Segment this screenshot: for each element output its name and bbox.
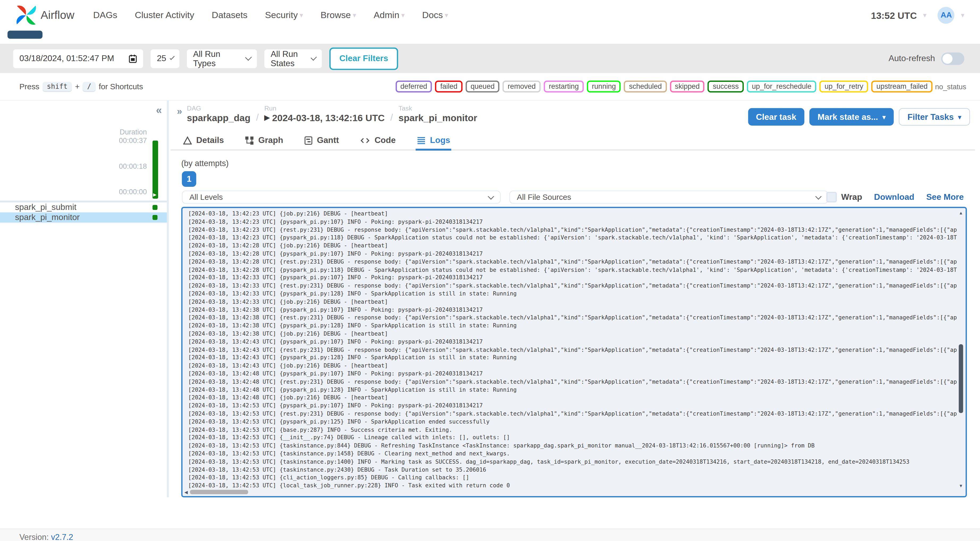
breadcrumb: DAG sparkapp_dag / Run ▶ 2024-03-18, 13:… <box>187 104 477 123</box>
dag-run-duration-bar[interactable]: ▶ <box>153 140 158 199</box>
log-line: [2024-03-18, 13:42:53 UTC] {taskinstance… <box>188 458 957 466</box>
status-badge[interactable]: scheduled <box>624 81 667 92</box>
scroll-down-icon[interactable]: ▼ <box>959 484 963 488</box>
dag-link[interactable]: sparkapp_dag <box>187 112 250 123</box>
detail-panel: » DAG sparkapp_dag / Run ▶ 2024-03-18, 1… <box>171 101 980 529</box>
code-icon <box>360 136 370 145</box>
log-line: [2024-03-18, 13:42:33 UTC] {pyspark_pi.p… <box>188 274 957 282</box>
grid-button-remnant[interactable] <box>8 30 43 39</box>
slash-key: / <box>83 82 95 91</box>
scroll-left-icon[interactable]: ◀ <box>185 490 188 495</box>
filter-tasks-button[interactable]: Filter Tasks ▾ <box>899 108 970 126</box>
log-links: Wrap Download See More <box>826 192 964 202</box>
breadcrumb-dag: DAG sparkapp_dag <box>187 104 250 123</box>
clear-task-button[interactable]: Clear task <box>748 108 805 126</box>
log-line: [2024-03-18, 13:42:48 UTC] {rest.py:231}… <box>188 378 957 386</box>
collapse-sidebar-icon[interactable]: « <box>156 104 162 117</box>
log-line: [2024-03-18, 13:42:28 UTC] {pyspark_pi.p… <box>188 266 957 274</box>
file-sources-select[interactable]: All File Sources <box>509 191 828 204</box>
run-types-select[interactable]: All Run Types <box>187 49 257 68</box>
expand-panel-icon[interactable]: » <box>177 105 182 116</box>
nav-item[interactable]: DAGs ▾ <box>93 10 117 20</box>
airflow-logo[interactable]: Airflow <box>16 4 75 25</box>
task-row-spark-pi-monitor[interactable]: spark_pi_monitor <box>0 212 167 223</box>
mark-state-as-button[interactable]: Mark state as... ▾ <box>809 108 894 126</box>
status-badge[interactable]: restarting <box>544 81 584 92</box>
status-badge[interactable]: skipped <box>670 81 705 92</box>
footer: Version: v2.7.2 <box>0 528 980 541</box>
chevron-down-icon: ▾ <box>923 11 927 19</box>
horizontal-scrollbar[interactable]: ◀ <box>185 489 957 495</box>
filter-bar: 03/18/2024, 01:52:47 PM 25 All Run Types… <box>0 44 980 73</box>
nav-item[interactable]: Datasets ▾ <box>212 10 248 20</box>
vertical-scrollbar[interactable]: ▲ ▼ <box>958 209 964 488</box>
chevron-down-icon <box>170 55 175 59</box>
tab-graph[interactable]: Graph <box>244 132 285 151</box>
status-badge[interactable]: deferred <box>396 81 432 92</box>
auto-refresh-toggle[interactable] <box>941 52 964 65</box>
log-line: [2024-03-18, 13:42:53 UTC] {rest.py:231}… <box>188 410 957 418</box>
scroll-up-icon[interactable]: ▲ <box>959 210 963 215</box>
duration-tick: 00:00:37 <box>119 137 147 144</box>
tab-code[interactable]: Code <box>359 132 397 151</box>
task-actions: Clear task Mark state as... ▾ Filter Tas… <box>748 108 970 126</box>
status-legend: deferredfailedqueuedremovedrestartingrun… <box>396 81 933 92</box>
horizontal-scroll-thumb[interactable] <box>190 490 248 494</box>
page-size-select[interactable]: 25 <box>151 49 180 68</box>
version-link[interactable]: v2.7.2 <box>51 532 73 541</box>
tab-gantt[interactable]: Gantt <box>303 132 340 151</box>
download-link[interactable]: Download <box>874 193 914 202</box>
status-badge[interactable]: up_for_retry <box>819 81 868 92</box>
chevron-down-icon <box>488 193 494 199</box>
status-badge[interactable]: running <box>587 81 621 92</box>
log-line: [2024-03-18, 13:42:53 UTC] {local_task_j… <box>188 482 957 488</box>
log-line: [2024-03-18, 13:42:53 UTC] {__init__.py:… <box>188 434 957 442</box>
utc-clock[interactable]: 13:52 UTC <box>871 10 917 20</box>
log-filter-controls: All Levels All File Sources <box>182 191 828 204</box>
no-status-label[interactable]: no_status <box>935 83 966 90</box>
auto-refresh-label: Auto-refresh <box>889 54 935 63</box>
nav-item[interactable]: Docs ▾ <box>422 10 448 20</box>
task-row-spark-pi-submit[interactable]: spark_pi_submit <box>0 202 167 213</box>
log-line: [2024-03-18, 13:42:23 UTC] {pyspark_pi.p… <box>188 218 957 226</box>
chevron-down-icon: ▾ <box>883 113 886 120</box>
tab-logs[interactable]: Logs <box>416 132 452 151</box>
base-date-input[interactable]: 03/18/2024, 01:52:47 PM <box>13 49 143 68</box>
status-badge[interactable]: queued <box>466 81 500 92</box>
status-badge[interactable]: success <box>708 81 744 92</box>
status-badge[interactable]: failed <box>435 81 463 92</box>
nav-item[interactable]: Admin ▾ <box>374 10 405 20</box>
clear-filters-button[interactable]: Clear Filters <box>329 47 398 70</box>
run-play-icon: ▶ <box>153 193 157 197</box>
nav-item[interactable]: Browse ▾ <box>321 10 356 20</box>
run-states-select[interactable]: All Run States <box>264 49 322 68</box>
breadcrumb-run: Run ▶ 2024-03-18, 13:42:16 UTC <box>264 104 385 123</box>
chevron-down-icon <box>311 54 317 60</box>
log-line: [2024-03-18, 13:42:53 UTC] {taskinstance… <box>188 442 957 450</box>
status-badge[interactable]: removed <box>503 81 541 92</box>
see-more-link[interactable]: See More <box>926 193 964 202</box>
shift-key: shift <box>43 82 72 91</box>
wrap-control[interactable]: Wrap <box>826 192 862 202</box>
nav-item[interactable]: Security ▾ <box>265 10 303 20</box>
chevron-down-icon: ▾ <box>445 11 448 19</box>
log-line: [2024-03-18, 13:42:53 UTC] {base.py:287}… <box>188 426 957 434</box>
log-line: [2024-03-18, 13:42:43 UTC] {pyspark_pi.p… <box>188 354 957 362</box>
avatar[interactable]: AA <box>938 6 955 23</box>
nav-item[interactable]: Cluster Activity ▾ <box>135 10 194 20</box>
navbar-right: 13:52 UTC ▾ AA ▾ <box>871 6 964 23</box>
tab-details[interactable]: Details <box>182 132 225 151</box>
status-badge[interactable]: up_for_reschedule <box>747 81 816 92</box>
vertical-scroll-thumb[interactable] <box>959 344 963 413</box>
attempt-1-button[interactable]: 1 <box>182 171 196 187</box>
log-line: [2024-03-18, 13:42:33 UTC] {rest.py:231}… <box>188 282 957 290</box>
run-type-icon: ▶ <box>264 114 269 122</box>
task-link[interactable]: spark_pi_monitor <box>398 112 477 123</box>
status-badge[interactable]: upstream_failed <box>872 81 933 92</box>
wrap-checkbox[interactable] <box>826 192 837 202</box>
task-instance-square[interactable] <box>153 215 158 220</box>
task-instance-square[interactable] <box>153 205 158 210</box>
run-link[interactable]: ▶ 2024-03-18, 13:42:16 UTC <box>264 112 385 123</box>
duration-tick: 00:00:18 <box>119 162 147 170</box>
log-levels-select[interactable]: All Levels <box>182 191 501 204</box>
